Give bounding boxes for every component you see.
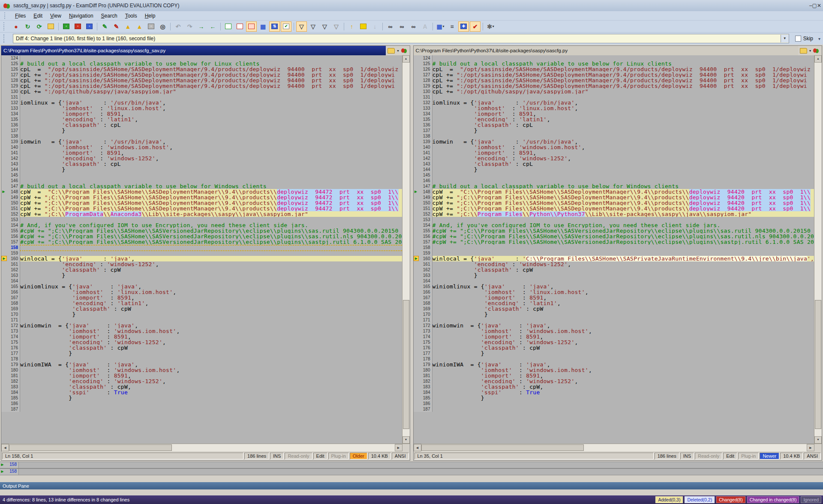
show-changed-icon[interactable] <box>246 21 257 32</box>
menu-item-view[interactable]: View <box>46 12 65 20</box>
second-file-code[interactable]: 124125# build out a local classpath vari… <box>414 55 814 444</box>
find-previous-icon[interactable]: ∞ <box>408 21 419 32</box>
code-line[interactable]: 161 'encoding' : 'windows-1252', <box>1 261 402 267</box>
toolbar-overflow-icon[interactable]: ▾ <box>818 36 820 41</box>
code-line[interactable]: 172winiomwin = {'java' : 'java', <box>414 323 814 328</box>
scroll-up-icon[interactable]: ▲ <box>814 55 822 63</box>
code-line[interactable]: ►148cpW = "C:\\Program Files\\SASHome\\S… <box>414 189 814 195</box>
menu-item-help[interactable]: Help <box>141 12 159 20</box>
code-line[interactable]: 182 'encoding' : 'windows-1252', <box>414 378 814 384</box>
code-line[interactable]: 144 } <box>1 167 402 172</box>
print-icon[interactable]: ▫ <box>146 21 156 32</box>
code-line[interactable]: 126cpL = "/opt/sasinside/SASHome/SASDepl… <box>1 66 402 72</box>
code-line[interactable]: ►148cpW = "C:\\Program Files\\SASHome\\S… <box>1 189 402 195</box>
first-hscroll-thumb[interactable] <box>9 444 172 451</box>
code-line[interactable]: 142 'encoding' : 'windows-1252', <box>1 156 402 161</box>
code-line[interactable]: 136 'classpath' : cpL <box>414 122 814 128</box>
code-line[interactable]: 186 <box>1 401 402 406</box>
code-line[interactable]: 162 'classpath' : cpW <box>1 267 402 273</box>
second-file-header[interactable]: C:\Program Files\Python\Python37\Lib\sit… <box>414 46 822 55</box>
scroll-right-icon[interactable]: ▶ <box>395 444 402 451</box>
code-line[interactable]: 172winiomwin = {'java' : 'java', <box>1 323 402 328</box>
code-line[interactable]: 149cpW += ";C:\\Program Files\\SASHome\\… <box>414 195 814 200</box>
scroll-down-icon[interactable]: ▼ <box>814 436 822 444</box>
code-line[interactable]: 145 <box>414 172 814 178</box>
first-vscroll-thumb[interactable] <box>403 300 409 429</box>
minimize-button[interactable]: – <box>809 3 812 9</box>
skip-checkbox-box[interactable] <box>795 36 801 42</box>
open-file-icon[interactable] <box>387 48 395 54</box>
code-line[interactable]: 183 'classpath' : cpW, <box>1 384 402 390</box>
code-line[interactable]: 170 } <box>1 312 402 317</box>
code-line[interactable]: 147# build out a local classpath variabl… <box>414 183 814 189</box>
filter-edit-icon[interactable]: ▽ <box>319 21 330 32</box>
code-line[interactable]: 140 'iomhost' : 'windows.iom.host', <box>414 144 814 150</box>
panes-layout-icon[interactable]: ▦▾ <box>435 21 446 32</box>
code-line[interactable]: 153 <box>414 217 814 222</box>
scroll-left-icon[interactable]: ◀ <box>414 444 421 451</box>
code-line[interactable]: 146 <box>1 178 402 183</box>
current-line-pane[interactable]: ►158 <box>0 468 823 475</box>
code-line[interactable]: 155#cpW += ";C:\\Program Files\\SASHome\… <box>1 228 402 234</box>
code-line[interactable]: 175 'encoding' : 'windows-1252', <box>1 339 402 345</box>
code-line[interactable]: 168 'encoding' : 'latin1', <box>1 300 402 306</box>
code-line[interactable]: 175 'encoding' : 'windows-1252', <box>414 339 814 345</box>
code-line[interactable]: 166 'iomhost' : 'linux.iom.host', <box>414 289 814 295</box>
diff-combobox[interactable]: Diff 4: Change 1 line (160, first file) … <box>13 34 789 43</box>
code-line[interactable]: 183 'classpath' : cpW, <box>414 384 814 390</box>
code-line[interactable]: 181 'iomport' : 8591, <box>414 373 814 378</box>
save-both-files-icon[interactable]: ▫ <box>84 21 95 32</box>
code-line[interactable]: 156#cpW += ";C:\\Program Files\\SASHome\… <box>414 234 814 239</box>
code-line[interactable]: 182 'encoding' : 'windows-1252', <box>1 378 402 384</box>
code-line[interactable]: 132iomlinux = {'java' : '/usr/bin/java', <box>1 100 402 105</box>
first-file-code[interactable]: 124125# build out a local classpath vari… <box>1 55 402 444</box>
code-line[interactable]: 137 } <box>1 128 402 133</box>
auto-recompare-icon[interactable]: ✔ <box>281 21 291 32</box>
save-second-file-icon[interactable]: ▫ <box>72 21 83 32</box>
code-line[interactable]: 169 'classpath' : cpW <box>414 306 814 312</box>
code-line[interactable]: 184 'sspi' : True <box>1 390 402 395</box>
code-line[interactable]: 155#cpW += ";C:\\Program Files\\SASHome\… <box>414 228 814 234</box>
code-line[interactable]: 168 'encoding' : 'latin1', <box>414 300 814 306</box>
code-line[interactable]: 138 <box>1 133 402 139</box>
menu-item-files[interactable]: Files <box>11 12 30 20</box>
code-line[interactable]: 186 <box>414 401 814 406</box>
code-line[interactable]: 138 <box>414 133 814 139</box>
code-line[interactable]: 171 <box>1 317 402 323</box>
code-line[interactable]: 147# build out a local classpath variabl… <box>1 183 402 189</box>
code-line[interactable]: 167 'iomport' : 8591, <box>414 295 814 300</box>
filter-default-icon[interactable]: ▽ <box>296 21 307 32</box>
code-line[interactable]: 187 <box>414 406 814 412</box>
code-line[interactable]: 151cpW += ";C:\\Program Files\\SASHome\\… <box>414 206 814 211</box>
menu-item-search[interactable]: Search <box>97 12 121 20</box>
skip-checkbox[interactable]: Skip <box>795 36 813 42</box>
menu-item-edit[interactable]: Edit <box>30 12 46 20</box>
code-line[interactable]: 131 <box>414 94 814 100</box>
code-line[interactable]: 158 <box>1 245 402 250</box>
first-horizontal-scrollbar[interactable]: ◀ ▶ <box>1 444 410 451</box>
code-line[interactable]: 159 <box>414 250 814 256</box>
toolbar-grip[interactable] <box>3 22 7 30</box>
code-line[interactable]: 156#cpW += ";C:\\Program Files\\SASHome\… <box>1 234 402 239</box>
first-file-header[interactable]: C:\Program Files\Python\Python37\Lib\sit… <box>1 46 410 55</box>
output-pane-header[interactable]: Output Pane <box>0 482 823 489</box>
allow-editing-icon[interactable]: ✔ <box>470 21 481 32</box>
edit-second-file-icon[interactable]: ✎ <box>111 21 122 32</box>
code-line[interactable]: 144 } <box>414 167 814 172</box>
code-line[interactable]: 124 <box>1 55 402 61</box>
code-line[interactable]: 139iomwin = {'java' : '/usr/bin/java', <box>1 139 402 144</box>
synchronize-scrolling-icon[interactable]: ⇅ <box>269 21 280 32</box>
code-line[interactable]: 141 'iomport' : 8591, <box>414 150 814 156</box>
second-horizontal-scrollbar[interactable]: ◀ ▶ <box>414 444 822 451</box>
code-line[interactable]: 184 'sspi' : True <box>414 390 814 395</box>
code-line[interactable]: 127cpL += ":/opt/sasinside/SASHome/SASDe… <box>414 72 814 78</box>
code-line[interactable]: ►160winlocal = {'java' : 'java', <box>1 256 402 261</box>
scroll-down-icon[interactable]: ▼ <box>402 436 410 444</box>
code-line[interactable]: 129cpL += ":/opt/sasinside/SASHome/SASDe… <box>414 83 814 89</box>
code-line[interactable]: 140 'iomhost' : 'windows.iom.host', <box>1 144 402 150</box>
show-diff-blocks-icon[interactable]: ▦ <box>258 21 268 32</box>
code-line[interactable]: 170 } <box>414 312 814 317</box>
code-line[interactable]: 177 } <box>414 351 814 356</box>
code-line[interactable]: 128cpL += ":/opt/sasinside/SASHome/SASDe… <box>1 78 402 83</box>
code-line[interactable]: 152cpW += ";C:\\ProgramData\\Anaconda3\\… <box>1 211 402 217</box>
